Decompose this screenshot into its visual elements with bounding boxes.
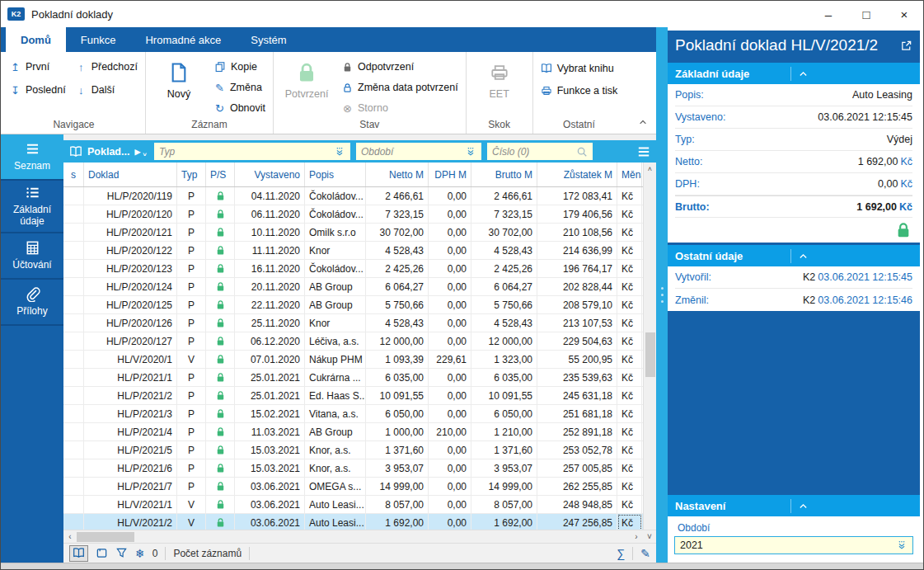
cell-doklad[interactable]: HL/P/2021/6: [84, 459, 177, 477]
table-row[interactable]: HL/P/2020/125P22.11.2020AB Group5 750,66…: [63, 296, 643, 314]
cell-typ[interactable]: V: [177, 514, 206, 530]
cell-brutto[interactable]: 6 064,27: [471, 278, 537, 295]
cell-brutto[interactable]: 1 692,00: [471, 514, 537, 530]
frozen-records-icon[interactable]: ❄: [135, 548, 145, 559]
cell-vystaveno[interactable]: 03.06.2021: [235, 514, 305, 530]
cell-ps[interactable]: [206, 332, 235, 350]
cell-dph[interactable]: 0,00: [429, 496, 471, 513]
cell-zustatek[interactable]: 248 948,85: [537, 496, 617, 513]
cell-vystaveno[interactable]: 16.11.2020: [235, 260, 305, 277]
storno-button[interactable]: ⊗Storno: [342, 100, 458, 116]
scroll-right-arrow[interactable]: ›: [630, 532, 643, 541]
collapse-section-button[interactable]: [790, 249, 913, 263]
cell-vystaveno[interactable]: 20.11.2020: [235, 278, 305, 295]
cell-s[interactable]: [63, 224, 84, 241]
cell-doklad[interactable]: HL/P/2020/121: [84, 224, 177, 241]
table-row[interactable]: HL/V/2020/1V07.01.2020Nákup PHM1 093,392…: [63, 351, 643, 369]
cell-typ[interactable]: P: [177, 187, 206, 205]
table-row[interactable]: HL/P/2021/6P15.03.2021Knor, a.s.3 953,07…: [63, 459, 643, 478]
collapse-section-button[interactable]: [790, 67, 913, 81]
cell-vystaveno[interactable]: 03.06.2021: [235, 496, 305, 513]
cell-mena[interactable]: Kč: [617, 205, 642, 223]
cell-zustatek[interactable]: 245 631,18: [537, 387, 617, 404]
cell-ps[interactable]: [206, 514, 235, 530]
cell-vystaveno[interactable]: 03.06.2021: [235, 478, 305, 495]
cell-typ[interactable]: P: [177, 459, 206, 477]
grid-menu-button[interactable]: [633, 144, 654, 159]
table-row[interactable]: HL/P/2020/123P16.11.2020Čokoládov...2 42…: [63, 260, 643, 278]
cell-dph[interactable]: 0,00: [429, 224, 471, 241]
cell-doklad[interactable]: HL/P/2021/2: [84, 387, 177, 404]
table-row[interactable]: HL/P/2021/1P25.01.2021Cukrárna ...6 035,…: [63, 369, 643, 387]
last-button[interactable]: ↧Poslední: [10, 82, 66, 98]
cell-mena[interactable]: Kč: [617, 260, 642, 277]
cell-dph[interactable]: 0,00: [429, 260, 471, 277]
cell-netto[interactable]: 2 466,61: [366, 187, 429, 205]
table-row[interactable]: HL/P/2021/5P15.03.2021Knor, a.s.1 371,60…: [63, 441, 643, 459]
cell-popis[interactable]: AB Group: [305, 278, 366, 295]
cell-ps[interactable]: [206, 296, 235, 313]
cell-dph[interactable]: 0,00: [429, 478, 471, 495]
cell-brutto[interactable]: 4 528,43: [471, 314, 537, 332]
cell-dph[interactable]: 229,61: [429, 351, 471, 368]
cell-mena[interactable]: Kč: [617, 242, 642, 259]
cell-netto[interactable]: 7 323,15: [366, 205, 429, 223]
records-count-label[interactable]: Počet záznamů: [173, 548, 242, 559]
cell-typ[interactable]: P: [177, 405, 206, 422]
cell-mena[interactable]: Kč: [617, 387, 642, 404]
cell-vystaveno[interactable]: 10.11.2020: [235, 224, 305, 241]
cell-vystaveno[interactable]: 15.03.2021: [235, 459, 305, 477]
cell-ps[interactable]: [206, 496, 235, 513]
table-row[interactable]: HL/P/2021/4P11.03.2021AB Group1 000,0021…: [63, 423, 643, 441]
column-header-ps[interactable]: P/S: [206, 163, 235, 186]
cell-mena[interactable]: Kč: [617, 278, 642, 295]
refresh-button[interactable]: ↻Obnovit: [214, 100, 265, 116]
cell-ps[interactable]: [206, 423, 235, 440]
cell-vystaveno[interactable]: 06.12.2020: [235, 332, 305, 350]
cell-s[interactable]: [63, 369, 84, 386]
cell-vystaveno[interactable]: 15.02.2021: [235, 405, 305, 422]
column-header-brutto[interactable]: Brutto M: [471, 163, 537, 186]
column-header-netto[interactable]: Netto M: [366, 163, 429, 186]
cell-zustatek[interactable]: 251 681,18: [537, 405, 617, 422]
cell-ps[interactable]: [206, 278, 235, 295]
cell-doklad[interactable]: HL/V/2021/2: [84, 514, 177, 530]
cell-ps[interactable]: [206, 242, 235, 259]
column-header-vystaveno[interactable]: Vystaveno: [235, 163, 305, 186]
cell-typ[interactable]: P: [177, 387, 206, 404]
cell-doklad[interactable]: HL/P/2020/122: [84, 242, 177, 259]
change-button[interactable]: ✎Změna: [214, 79, 265, 96]
cell-vystaveno[interactable]: 04.11.2020: [235, 187, 305, 205]
column-header-s[interactable]: s: [63, 163, 84, 186]
cell-mena[interactable]: Kč: [617, 496, 642, 513]
cell-mena[interactable]: Kč: [617, 514, 642, 530]
cell-popis[interactable]: AB Group: [305, 423, 366, 440]
cell-dph[interactable]: 0,00: [429, 314, 471, 332]
card-view-toggle[interactable]: [96, 547, 108, 559]
cell-popis[interactable]: Nákup PHM: [305, 351, 366, 368]
cell-netto[interactable]: 1 000,00: [366, 423, 429, 440]
cell-s[interactable]: [63, 260, 84, 277]
cell-popis[interactable]: Cukrárna ...: [305, 369, 366, 386]
book-selector[interactable]: Poklad... ▶ ˅: [68, 145, 148, 158]
cell-netto[interactable]: 1 692,00: [366, 514, 429, 530]
cell-popis[interactable]: Léčiva, a.s.: [305, 332, 366, 350]
cell-ps[interactable]: [206, 441, 235, 459]
cell-brutto[interactable]: 8 057,00: [471, 496, 537, 513]
cell-zustatek[interactable]: 235 539,63: [537, 369, 617, 386]
cell-ps[interactable]: [206, 260, 235, 277]
cell-zustatek[interactable]: 208 579,10: [537, 296, 617, 313]
cell-dph[interactable]: 0,00: [429, 205, 471, 223]
cell-zustatek[interactable]: 214 636,99: [537, 242, 617, 259]
cell-typ[interactable]: P: [177, 242, 206, 259]
cell-brutto[interactable]: 3 953,07: [471, 459, 537, 477]
dropdown-icon[interactable]: [896, 539, 908, 551]
cell-brutto[interactable]: 6 050,00: [471, 405, 537, 422]
cell-doklad[interactable]: HL/V/2021/1: [84, 496, 177, 513]
column-header-zustatek[interactable]: Zůstatek M: [537, 163, 617, 186]
tab-domu[interactable]: Domů: [6, 27, 66, 52]
cell-zustatek[interactable]: 253 052,78: [537, 441, 617, 459]
book-view-toggle[interactable]: [69, 545, 88, 562]
cell-netto[interactable]: 6 064,27: [366, 278, 429, 295]
table-row[interactable]: HL/P/2021/7P03.06.2021OMEGA s...14 999,0…: [63, 478, 643, 496]
